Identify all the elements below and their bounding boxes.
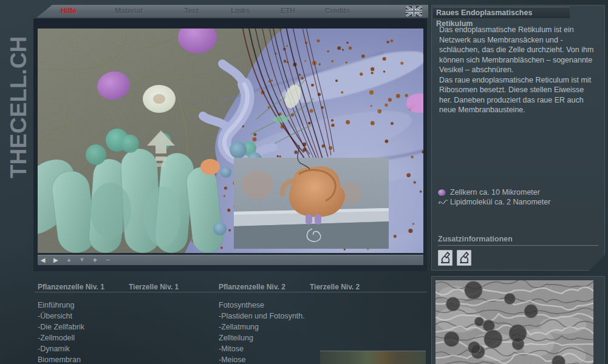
nav-item-material[interactable]: Material <box>115 7 142 15</box>
menu-item[interactable]: Einführung <box>38 300 129 311</box>
nav-item-hilfe[interactable]: Hilfe <box>61 7 77 15</box>
menu-item[interactable]: Biomembran <box>38 354 129 364</box>
em-micrograph-image <box>436 280 593 364</box>
nav-item-credits[interactable]: Credits <box>325 7 350 15</box>
microscope-icon[interactable] <box>457 250 471 266</box>
viewer-controls: ◀ ▶ ▲ ▼ + − <box>38 255 423 265</box>
menu-list-pflanzenzelle-1: Einführung-Übersicht-Die Zellfabrik-Zell… <box>38 300 129 364</box>
legend-row-lipid: Lipidmolekül ca. 2 Nanometer <box>438 197 599 207</box>
menu-item[interactable]: Zellteilung <box>219 332 310 343</box>
menu-item[interactable]: -Zellatmung <box>219 322 310 332</box>
zusatz-heading: Zusatzinformationen <box>438 235 598 246</box>
legend-label: Lipidmolekül ca. 2 Nanometer <box>450 198 550 206</box>
prev-button[interactable]: ◀ <box>38 255 48 265</box>
legend-row-zellkern: Zellkern ca. 10 Mikrometer <box>438 187 599 197</box>
viewer-frame: ◀ ▶ ▲ ▼ + − <box>33 18 427 271</box>
info-panel-title: Raues Endoplasmatisches Retikulum <box>433 7 570 18</box>
top-navbar: Hilfe Material Test Links ETH Credits <box>36 5 428 18</box>
bottom-thumbnail-image[interactable] <box>320 351 426 364</box>
zellkern-icon <box>438 189 450 196</box>
down-button[interactable]: ▼ <box>77 255 87 265</box>
info-paragraph: Das raue endoplasmatische Reticulum ist … <box>432 75 606 115</box>
zoom-out-button[interactable]: − <box>103 255 113 265</box>
info-paragraph: Das endoplasmatische Retikulum ist ein N… <box>432 25 606 75</box>
cell-3d-scene[interactable] <box>38 29 423 253</box>
nav-item-links[interactable]: Links <box>231 7 250 15</box>
info-panel: Raues Endoplasmatisches Retikulum Das en… <box>431 5 605 271</box>
menu-header-tierzelle-1[interactable]: Tierzelle Niv. 1 <box>129 283 179 291</box>
menu-header-pflanzenzelle-1[interactable]: Pflanzenzelle Niv. 1 <box>38 283 104 291</box>
menu-item[interactable]: -Zellmodell <box>38 332 129 343</box>
zusatz-section: Zusatzinformationen <box>438 235 598 266</box>
menu-header-pflanzenzelle-2[interactable]: Pflanzenzelle Niv. 2 <box>219 283 285 291</box>
menu-list-pflanzenzelle-2: Fotosynthese-Plastiden und Fotosynth.-Ze… <box>219 300 310 364</box>
menu-item[interactable]: -Meiose <box>219 354 310 364</box>
microscope-icon[interactable] <box>438 250 453 266</box>
ribosome-inset <box>234 145 389 249</box>
lipid-icon <box>438 200 450 205</box>
menu-item[interactable]: -Die Zellfabrik <box>38 322 129 332</box>
nav-item-test[interactable]: Test <box>184 7 199 15</box>
zoom-in-button[interactable]: + <box>90 255 100 265</box>
menu-header-tierzelle-2[interactable]: Tierzelle Niv. 2 <box>310 283 360 291</box>
info-panel-body: Das endoplasmatische Retikulum ist ein N… <box>432 25 606 115</box>
site-logo: THECELL.CH <box>6 36 32 178</box>
nav-item-eth[interactable]: ETH <box>281 7 295 15</box>
next-button[interactable]: ▶ <box>50 255 61 265</box>
em-micrograph-panel <box>431 276 605 364</box>
menu-divider <box>35 292 427 292</box>
menu-item[interactable]: Fotosynthese <box>219 300 310 311</box>
menu-item[interactable]: -Dynamik <box>38 343 129 354</box>
scale-legend: Zellkern ca. 10 Mikrometer Lipidmolekül … <box>438 187 599 207</box>
up-button[interactable]: ▲ <box>64 255 74 265</box>
menu-item[interactable]: -Übersicht <box>38 311 129 322</box>
menu-item[interactable]: -Mitose <box>219 343 310 354</box>
menu-item[interactable]: -Plastiden und Fotosynth. <box>219 311 310 322</box>
legend-label: Zellkern ca. 10 Mikrometer <box>450 188 540 197</box>
uk-flag-icon[interactable] <box>406 6 422 16</box>
